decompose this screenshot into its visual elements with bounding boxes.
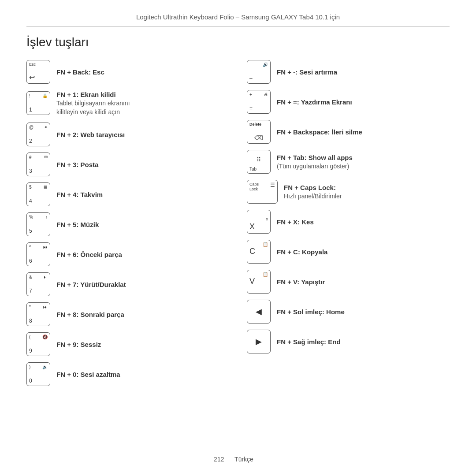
page-header: Logitech Ultrathin Keyboard Folio – Sams… xyxy=(26,13,450,26)
key-description: FN + Backspace: İleri silme xyxy=(277,127,362,137)
header-title: Logitech Ultrathin Keyboard Folio – Sams… xyxy=(136,13,340,21)
key-description: FN + Tab: Show all apps (Tüm uygulamalar… xyxy=(277,153,353,171)
key-description: FN + Caps Lock: Hızlı panel/Bildirimler xyxy=(284,183,342,201)
key-description: FN + 8: Sonraki parça xyxy=(56,310,124,319)
key-c: 📋 C xyxy=(247,240,271,264)
key-description: FN + 7: Yürüt/Duraklat xyxy=(56,280,126,289)
list-item: @✦ 2 FN + 2: Web tarayıcısı xyxy=(26,123,229,146)
list-item: (🔇 9 FN + 9: Sessiz xyxy=(26,332,229,356)
key-description: FN + Sağ imleç: End xyxy=(277,337,341,346)
key-2: @✦ 2 xyxy=(26,123,50,146)
right-column: —🔊 – FN + -: Sesi artırma +🖨 = FN + =: Y… xyxy=(247,60,450,386)
list-item: ▶ FN + Sağ imleç: End xyxy=(247,330,450,353)
key-0: )🔈 0 xyxy=(26,362,50,386)
key-x: x X xyxy=(247,210,271,234)
key-caps-lock: CapsLock ☰ xyxy=(247,180,278,204)
list-item: —🔊 – FN + -: Sesi artırma xyxy=(247,60,450,84)
list-item: $▦ 4 FN + 4: Takvim xyxy=(26,182,229,206)
page: Logitech Ultrathin Keyboard Folio – Sams… xyxy=(0,0,476,476)
key-minus: —🔊 – xyxy=(247,60,271,84)
key-esc: Esc ↩ xyxy=(26,60,50,84)
key-delete: Delete ⌫ xyxy=(247,120,271,144)
list-item: +🖨 = FN + =: Yazdırma Ekranı xyxy=(247,90,450,114)
list-item: Delete ⌫ FN + Backspace: İleri silme xyxy=(247,120,450,144)
key-7: &⏯ 7 xyxy=(26,272,50,296)
key-description: FN + =: Yazdırma Ekranı xyxy=(277,97,352,107)
key-description: FN + C: Kopyala xyxy=(277,247,327,257)
key-description: FN + 2: Web tarayıcısı xyxy=(56,130,125,139)
list-item: Esc ↩ FN + Back: Esc xyxy=(26,60,229,84)
key-1: !🔒 1 xyxy=(26,91,50,115)
key-8: *⏭ 8 xyxy=(26,302,50,326)
list-item: #✉ 3 FN + 3: Posta xyxy=(26,152,229,176)
key-description: FN + X: Kes xyxy=(277,217,314,227)
key-5: %♪ 5 xyxy=(26,212,50,236)
list-item: ^⏮ 6 FN + 6: Önceki parça xyxy=(26,242,229,266)
key-description: FN + 4: Takvim xyxy=(56,190,103,199)
content-area: Esc ↩ FN + Back: Esc !🔒 1 FN + 1: Ekran … xyxy=(26,60,450,386)
list-item: *⏭ 8 FN + 8: Sonraki parça xyxy=(26,302,229,326)
key-description: FN + 1: Ekran kilidi Tablet bilgisayarın… xyxy=(56,90,130,116)
list-item: 📋 C FN + C: Kopyala xyxy=(247,240,450,264)
list-item: x X FN + X: Kes xyxy=(247,210,450,234)
key-4: $▦ 4 xyxy=(26,182,50,206)
page-footer: 212 Türkçe xyxy=(0,456,476,463)
key-description: FN + 9: Sessiz xyxy=(56,340,101,349)
key-description: FN + 3: Posta xyxy=(56,160,98,169)
key-description: FN + Back: Esc xyxy=(56,67,104,77)
left-column: Esc ↩ FN + Back: Esc !🔒 1 FN + 1: Ekran … xyxy=(26,60,229,386)
key-left-arrow: ◀ xyxy=(247,300,271,324)
key-3: #✉ 3 xyxy=(26,152,50,176)
page-number: 212 xyxy=(214,456,224,463)
key-equals: +🖨 = xyxy=(247,90,271,114)
key-9: (🔇 9 xyxy=(26,332,50,356)
key-description: FN + 5: Müzik xyxy=(56,220,99,229)
section-title: İşlev tuşları xyxy=(26,35,450,49)
list-item: 📋 V FN + V: Yapıştır xyxy=(247,270,450,294)
key-description: FN + 0: Sesi azaltma xyxy=(56,370,120,379)
list-item: ⠿ Tab FN + Tab: Show all apps (Tüm uygul… xyxy=(247,150,450,174)
key-description: FN + V: Yapıştır xyxy=(277,277,325,286)
key-description: FN + Sol imleç: Home xyxy=(277,307,345,316)
key-tab: ⠿ Tab xyxy=(247,150,271,174)
key-description: FN + -: Sesi artırma xyxy=(277,67,337,77)
key-v: 📋 V xyxy=(247,270,271,294)
language-label: Türkçe xyxy=(234,456,253,463)
list-item: &⏯ 7 FN + 7: Yürüt/Duraklat xyxy=(26,272,229,296)
key-6: ^⏮ 6 xyxy=(26,242,50,266)
list-item: )🔈 0 FN + 0: Sesi azaltma xyxy=(26,362,229,386)
key-description: FN + 6: Önceki parça xyxy=(56,250,122,259)
list-item: %♪ 5 FN + 5: Müzik xyxy=(26,212,229,236)
key-right-arrow: ▶ xyxy=(247,330,271,353)
list-item: CapsLock ☰ FN + Caps Lock: Hızlı panel/B… xyxy=(247,180,450,204)
list-item: !🔒 1 FN + 1: Ekran kilidi Tablet bilgisa… xyxy=(26,90,229,116)
list-item: ◀ FN + Sol imleç: Home xyxy=(247,300,450,324)
